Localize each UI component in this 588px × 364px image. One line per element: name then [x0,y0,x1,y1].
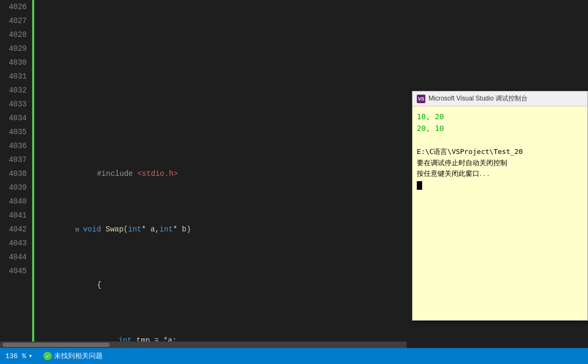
debug-output-line1: 10, 20 [417,111,583,122]
line-num-4031: 4031 [0,69,27,83]
line-num-4040: 4040 [0,195,27,208]
code-container: 4026 4027 4028 4029 4030 4031 4032 4033 … [0,0,407,342]
code-line-4028: #include <stdio.h> [40,153,407,167]
line-numbers: 4026 4027 4028 4029 4030 4031 4032 4033 … [0,0,32,342]
debug-content: 10, 20 20, 10 E:\C语言\VSProject\Test_20 要… [413,106,587,320]
line-num-4042: 4042 [0,222,27,236]
horizontal-scrollbar[interactable] [0,342,407,348]
status-ok-text: 未找到相关问题 [54,351,103,361]
vs-icon: VS [417,95,425,103]
code-lines[interactable]: #include <stdio.h> ⊟void Swap(int* a,int… [34,0,407,342]
line-num-4037: 4037 [0,153,27,167]
debug-console: VS Microsoft Visual Studio 调试控制台 10, 20 … [412,91,588,321]
line-num-4036: 4036 [0,139,27,153]
debug-blank [417,134,583,146]
line-num-4044: 4044 [0,250,27,264]
debug-hint2: 按任意键关闭此窗口. . . [417,168,583,179]
code-line-4026 [40,42,407,56]
line-num-4043: 4043 [0,236,27,250]
line-num-4026: 4026 [0,0,27,14]
line-num-4045: 4045 [0,264,27,278]
line-num-4035: 4035 [0,125,27,139]
line-num-4028: 4028 [0,28,27,42]
status-bar: 136 % ▾ ✓ 未找到相关问题 [0,348,588,364]
scroll-thumb[interactable] [3,343,110,347]
status-ok-area: ✓ 未找到相关问题 [43,351,103,361]
line-num-4032: 4032 [0,83,27,97]
code-line-4029: ⊟void Swap(int* a,int* b) [40,208,407,222]
debug-title-text: Microsoft Visual Studio 调试控制台 [429,94,528,103]
line-num-4034: 4034 [0,111,27,125]
debug-output-line2: 20, 10 [417,122,583,134]
debug-title-bar: VS Microsoft Visual Studio 调试控制台 [413,91,587,106]
zoom-dropdown-icon[interactable]: ▾ [28,352,33,360]
line-num-4033: 4033 [0,97,27,111]
debug-path: E:\C语言\VSProject\Test_20 [417,146,583,158]
zoom-level[interactable]: 136 % [5,352,26,360]
line-num-4027: 4027 [0,14,27,28]
code-line-4030: { [40,264,407,278]
line-num-4030: 4030 [0,56,27,69]
collapse-icon-4029[interactable]: ⊟ [75,223,82,237]
line-num-4038: 4038 [0,167,27,181]
debug-cursor [417,179,583,191]
line-num-4041: 4041 [0,208,27,222]
code-line-4027 [40,97,407,111]
ok-icon: ✓ [43,352,52,360]
line-num-4039: 4039 [0,181,27,195]
zoom-area: 136 % ▾ [5,352,33,360]
line-num-4029: 4029 [0,42,27,56]
editor-area: 4026 4027 4028 4029 4030 4031 4032 4033 … [0,0,407,342]
code-line-4031: int tmp = *a; [40,320,407,334]
debug-hint1: 要在调试停止时自动关闭控制 [417,158,583,168]
